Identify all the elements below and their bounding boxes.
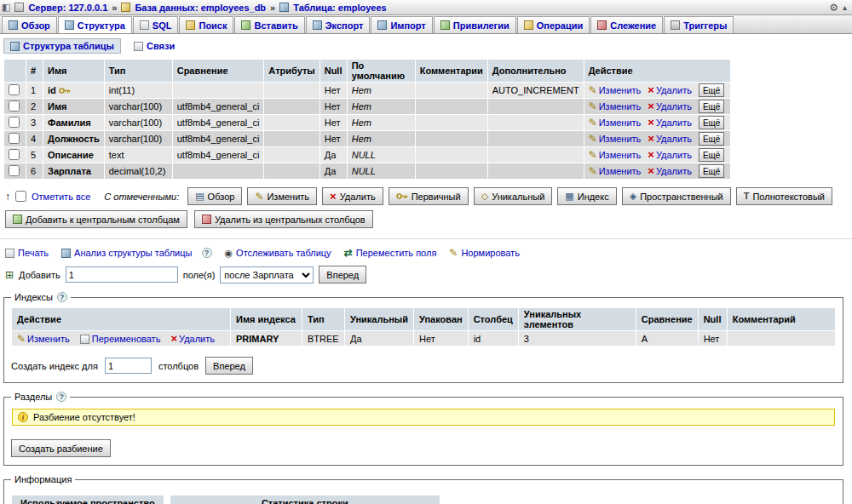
more-button[interactable]: Ещё [699, 83, 724, 97]
tab-export[interactable]: Экспорт [306, 16, 371, 33]
remove-central-columns-button[interactable]: Удалить из центральных столбцов [194, 210, 373, 228]
delete-icon: × [648, 135, 654, 143]
tab-structure[interactable]: Структура [58, 16, 132, 33]
index-selected-button[interactable]: ▦Индекс [557, 187, 616, 205]
create-index-go-button[interactable]: Вперед [205, 357, 253, 375]
check-all-checkbox[interactable] [15, 191, 26, 202]
change-link[interactable]: ✎Изменить [589, 150, 642, 160]
add-field-count-input[interactable] [66, 266, 178, 283]
change-link[interactable]: ✎Изменить [589, 101, 642, 112]
row-checkbox[interactable] [9, 100, 20, 112]
help-icon[interactable]: ? [57, 292, 67, 302]
help-icon[interactable]: ? [56, 392, 66, 402]
drop-link[interactable]: ×Удалить [648, 166, 692, 176]
drop-link[interactable]: ×Удалить [648, 150, 692, 160]
tab-browse[interactable]: Обзор [2, 16, 57, 33]
row-actions: ✎Изменить×УдалитьЕщё [584, 99, 730, 115]
subtab-relations[interactable]: Связи [128, 39, 181, 53]
spatial-selected-button[interactable]: ◈Пространственный [622, 187, 731, 205]
drop-link[interactable]: ×Удалить [648, 101, 692, 112]
tab-search[interactable]: Поиск [179, 16, 233, 33]
tab-tracking[interactable]: Слежение [590, 16, 663, 33]
row-statistics-header: Статистика строки [170, 495, 440, 504]
change-link[interactable]: ✎Изменить [589, 166, 642, 176]
drop-link[interactable]: ×Удалить [648, 134, 692, 144]
scroll-top-icon[interactable]: ▴ [843, 3, 847, 12]
index-rename-link[interactable]: Переименовать [80, 334, 161, 344]
index-collation: A [636, 331, 698, 346]
column-default: NULL [347, 147, 415, 163]
browse-selected-button[interactable]: ▤Обзор [187, 187, 242, 205]
row-checkbox[interactable] [9, 149, 20, 160]
delete-icon: × [330, 192, 337, 201]
more-button[interactable]: Ещё [699, 148, 724, 162]
tab-sql[interactable]: SQL [133, 16, 179, 33]
help-icon[interactable]: ? [202, 248, 212, 258]
index-cardinality: 3 [518, 331, 636, 346]
breadcrumb-database-link[interactable]: База данных: employees_db [135, 3, 266, 13]
drop-selected-button[interactable]: ×Удалить [322, 187, 383, 205]
row-checkbox[interactable] [9, 117, 20, 128]
breadcrumb-server-link[interactable]: Сервер: 127.0.0.1 [28, 3, 107, 13]
header-null: Null [320, 60, 347, 83]
more-button[interactable]: Ещё [699, 116, 724, 129]
tab-triggers[interactable]: Триггеры [664, 16, 734, 33]
section-divider [0, 238, 852, 239]
primary-key-icon [396, 192, 408, 200]
index-edit-link[interactable]: ✎Изменить [17, 334, 70, 344]
row-actions: ✎Изменить×УдалитьЕщё [584, 83, 730, 99]
tab-import[interactable]: Импорт [371, 16, 432, 33]
unique-selected-button[interactable]: ◇Уникальный [474, 187, 553, 205]
create-index-count-input[interactable] [105, 358, 152, 374]
change-link[interactable]: ✎Изменить [589, 85, 642, 95]
unique-index-icon: ◇ [481, 192, 488, 201]
column-comments [415, 115, 487, 131]
add-central-icon [13, 215, 22, 224]
table-row: 4 Должность varchar(100) utf8mb4_general… [4, 131, 731, 147]
column-extra [487, 147, 584, 163]
add-central-columns-button[interactable]: Добавить к центральным столбцам [5, 210, 187, 228]
normalize-link[interactable]: Нормировать [461, 248, 520, 258]
column-attributes [264, 83, 320, 99]
index-drop-link[interactable]: ×Удалить [170, 334, 215, 344]
more-button[interactable]: Ещё [699, 100, 724, 113]
print-link[interactable]: Печать [18, 248, 49, 258]
track-table-link[interactable]: Отслеживать таблицу [236, 248, 331, 258]
tab-insert[interactable]: Вставить [234, 16, 304, 33]
create-partitioning-button[interactable]: Создать разбиение [11, 439, 111, 457]
breadcrumb-table-link[interactable]: Таблица: employees [293, 3, 386, 13]
column-collation [172, 83, 264, 99]
server-icon [14, 3, 24, 12]
add-field-go-button[interactable]: Вперед [319, 266, 366, 284]
change-link[interactable]: ✎Изменить [589, 134, 642, 144]
column-comments [415, 163, 487, 180]
more-button[interactable]: Ещё [699, 132, 724, 146]
tab-privileges[interactable]: Привилегии [434, 16, 516, 33]
tab-operations[interactable]: Операции [517, 16, 590, 33]
sql-icon [140, 20, 149, 30]
more-button[interactable]: Ещё [699, 164, 724, 178]
change-selected-button[interactable]: ✎Изменить [247, 187, 317, 205]
drop-link[interactable]: ×Удалить [648, 117, 692, 128]
primary-selected-button[interactable]: Первичный [389, 187, 469, 205]
check-all-link[interactable]: Отметить все [32, 192, 90, 202]
subtab-table-structure[interactable]: Структура таблицы [3, 38, 121, 54]
move-columns-link[interactable]: Переместить поля [356, 248, 437, 258]
change-link[interactable]: ✎Изменить [589, 117, 642, 128]
index-keyname: PRIMARY [231, 331, 302, 346]
row-checkbox[interactable] [9, 165, 20, 176]
row-checkbox[interactable] [9, 133, 20, 144]
space-usage-table: Используемое пространство Данные 16,0 Ки… [11, 495, 164, 504]
row-checkbox[interactable] [9, 84, 20, 95]
print-icon [5, 249, 14, 258]
column-number: 1 [26, 83, 43, 99]
panel-toggle-icon[interactable]: ◧ [2, 3, 10, 12]
analyze-link[interactable]: Анализ структуры таблицы [74, 248, 192, 258]
settings-icon[interactable]: ⚙ [829, 3, 838, 13]
column-collation: utf8mb4_general_ci [172, 147, 264, 163]
fulltext-selected-button[interactable]: TПолнотекстовый [736, 187, 832, 205]
breadcrumb-separator: » [270, 3, 275, 13]
column-type: text [104, 147, 172, 163]
add-field-position-select[interactable]: после Зарплата [220, 266, 314, 284]
drop-link[interactable]: ×Удалить [648, 85, 692, 95]
